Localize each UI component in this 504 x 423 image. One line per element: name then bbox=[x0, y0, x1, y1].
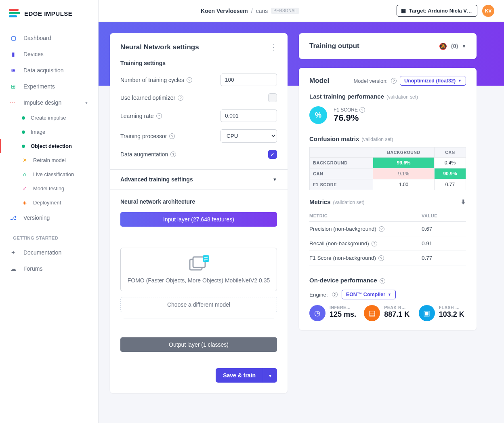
perf-inference: ◷ INFERE… 125 ms. bbox=[309, 305, 357, 321]
chevron-down-icon: ▼ bbox=[458, 79, 462, 83]
shield-check-icon: ✓ bbox=[22, 185, 27, 192]
user-avatar[interactable]: KV bbox=[482, 5, 494, 17]
box-icon: ◈ bbox=[22, 200, 27, 206]
sidebar-item-documentation[interactable]: ✦ Documentation bbox=[3, 244, 95, 261]
image-swap-icon bbox=[188, 255, 209, 272]
chevron-down-icon: ▼ bbox=[268, 374, 272, 378]
sidebar: EDGE IMPULSE ▢ Dashboard ▮ Devices ≋ Dat… bbox=[0, 0, 99, 423]
training-cycles-input[interactable] bbox=[220, 74, 277, 86]
training-output-card: Training output 🔕 (0) ▼ bbox=[299, 33, 477, 59]
logo-icon bbox=[9, 9, 20, 18]
notification-count: (0) bbox=[451, 43, 458, 49]
breadcrumb-separator: / bbox=[251, 8, 253, 14]
perf-flash: ▣ FLASH … 103.2 K bbox=[419, 305, 466, 321]
model-block[interactable]: FOMO (Faster Objects, More Objects) Mobi… bbox=[120, 248, 277, 291]
subsection-title: Confusion matrix bbox=[309, 135, 359, 142]
status-dot-icon bbox=[22, 145, 25, 148]
help-icon[interactable]: ? bbox=[378, 255, 384, 261]
sidebar-item-deployment[interactable]: ◈ Deployment bbox=[15, 196, 95, 210]
chevron-down-icon[interactable]: ▼ bbox=[462, 44, 466, 48]
output-layer[interactable]: Output layer (1 classes) bbox=[120, 337, 277, 352]
card-title: Training output bbox=[309, 42, 359, 50]
sidebar-item-live-classification[interactable]: ∩ Live classification bbox=[15, 167, 95, 181]
sidebar-section-title: GETTING STARTED bbox=[13, 236, 85, 240]
metric-row: F1 Score (non-background) ? 0.77 bbox=[309, 251, 466, 265]
f1-score-value: 76.9% bbox=[334, 113, 365, 123]
memory-icon: ▤ bbox=[364, 305, 380, 321]
chevron-down-icon: ▼ bbox=[388, 293, 391, 297]
sidebar-item-image[interactable]: Image bbox=[15, 125, 95, 139]
clock-icon: ◷ bbox=[309, 305, 326, 321]
wave-icon: 〰 bbox=[10, 99, 17, 106]
chevron-down-icon: ▼ bbox=[84, 101, 88, 105]
help-icon[interactable]: ? bbox=[169, 133, 175, 139]
choose-model-button[interactable]: Choose a different model bbox=[120, 297, 277, 312]
database-icon: ≋ bbox=[10, 67, 17, 74]
breadcrumb-owner[interactable]: Koen Vervloesem bbox=[201, 8, 248, 14]
bell-off-icon[interactable]: 🔕 bbox=[439, 42, 447, 50]
metric-row: Recall (non-background) ? 0.91 bbox=[309, 236, 466, 251]
help-icon[interactable]: ? bbox=[332, 292, 338, 297]
breadcrumb: Koen Vervloesem / cans PERSONAL bbox=[108, 8, 392, 14]
chip-icon: ▣ bbox=[419, 305, 435, 321]
sidebar-item-devices[interactable]: ▮ Devices bbox=[3, 46, 95, 62]
help-icon[interactable]: ? bbox=[170, 152, 176, 157]
section-title: Training settings bbox=[120, 60, 277, 66]
monitor-icon: ▢ bbox=[10, 35, 17, 41]
learning-rate-input[interactable] bbox=[220, 109, 277, 122]
logo-text: EDGE IMPULSE bbox=[24, 10, 72, 17]
sidebar-label: Devices bbox=[23, 51, 44, 57]
input-layer[interactable]: Input layer (27,648 features) bbox=[120, 212, 277, 227]
sidebar-item-data-acquisition[interactable]: ≋ Data acquisition bbox=[3, 62, 95, 78]
percent-icon: % bbox=[309, 106, 327, 124]
save-train-dropdown[interactable]: ▼ bbox=[263, 368, 277, 383]
shuffle-icon: ✕ bbox=[22, 157, 27, 163]
help-icon[interactable]: ? bbox=[391, 78, 397, 84]
model-name: FOMO (Faster Objects, More Objects) Mobi… bbox=[128, 277, 270, 284]
sidebar-item-model-testing[interactable]: ✓ Model testing bbox=[15, 181, 95, 196]
help-icon[interactable]: ? bbox=[156, 113, 162, 119]
download-icon[interactable]: ⬇ bbox=[461, 198, 466, 206]
sidebar-label: Experiments bbox=[23, 83, 55, 90]
card-menu-icon[interactable]: ⋮ bbox=[270, 43, 277, 52]
sidebar-item-forums[interactable]: ☁ Forums bbox=[3, 261, 95, 277]
learned-optimizer-checkbox[interactable] bbox=[268, 93, 277, 102]
training-processor-select[interactable]: CPU bbox=[220, 129, 277, 143]
advanced-settings-toggle[interactable]: Advanced training settings ▼ bbox=[110, 169, 288, 189]
sidebar-label: Versioning bbox=[23, 215, 50, 221]
help-icon[interactable]: ? bbox=[380, 278, 385, 284]
help-icon[interactable]: ? bbox=[359, 107, 365, 113]
subsection-title: Metrics bbox=[309, 198, 331, 205]
chip-icon: ▮ bbox=[10, 51, 17, 57]
help-icon[interactable]: ? bbox=[178, 95, 183, 101]
sidebar-item-dashboard[interactable]: ▢ Dashboard bbox=[3, 30, 95, 46]
status-dot-icon bbox=[22, 130, 25, 134]
sidebar-item-impulse-design[interactable]: 〰 Impulse design ▼ bbox=[3, 95, 95, 111]
sidebar-item-experiments[interactable]: ⊞ Experiments bbox=[3, 78, 95, 95]
svg-rect-5 bbox=[203, 255, 209, 262]
grid-icon: ⊞ bbox=[10, 83, 17, 90]
sidebar-item-retrain-model[interactable]: ✕ Retrain model bbox=[15, 153, 95, 167]
engine-select[interactable]: EON™ Compiler ▼ bbox=[342, 290, 396, 299]
label-training-cycles: Number of training cycles ? bbox=[120, 77, 220, 83]
sidebar-item-object-detection[interactable]: Object detection bbox=[15, 139, 95, 153]
sidebar-item-create-impulse[interactable]: Create impulse bbox=[15, 111, 95, 125]
label-learning-rate: Learning rate ? bbox=[120, 113, 220, 119]
help-icon[interactable]: ? bbox=[187, 77, 192, 83]
target-selector[interactable]: ▦ Target: Arduino Nicla Vis… bbox=[397, 5, 477, 17]
save-train-button[interactable]: Save & train bbox=[216, 368, 263, 383]
confusion-matrix: BACKGROUND CAN BACKGROUND 99.6% 0.4% CAN… bbox=[309, 147, 466, 190]
chevron-down-icon: ▼ bbox=[273, 177, 277, 182]
breadcrumb-project[interactable]: cans bbox=[256, 8, 268, 14]
sidebar-label: Dashboard bbox=[23, 35, 51, 41]
logo[interactable]: EDGE IMPULSE bbox=[0, 0, 98, 30]
perf-ram: ▤ PEAK R… 887.1 K bbox=[364, 305, 411, 321]
model-version-select[interactable]: Unoptimized (float32) ▼ bbox=[400, 76, 466, 86]
branch-icon: ⎇ bbox=[10, 215, 17, 221]
breadcrumb-tag: PERSONAL bbox=[271, 8, 299, 14]
sidebar-item-versioning[interactable]: ⎇ Versioning bbox=[3, 210, 95, 226]
status-dot-icon bbox=[22, 116, 25, 120]
help-icon[interactable]: ? bbox=[372, 241, 377, 246]
data-augmentation-checkbox[interactable]: ✓ bbox=[268, 150, 277, 159]
help-icon[interactable]: ? bbox=[379, 226, 384, 232]
